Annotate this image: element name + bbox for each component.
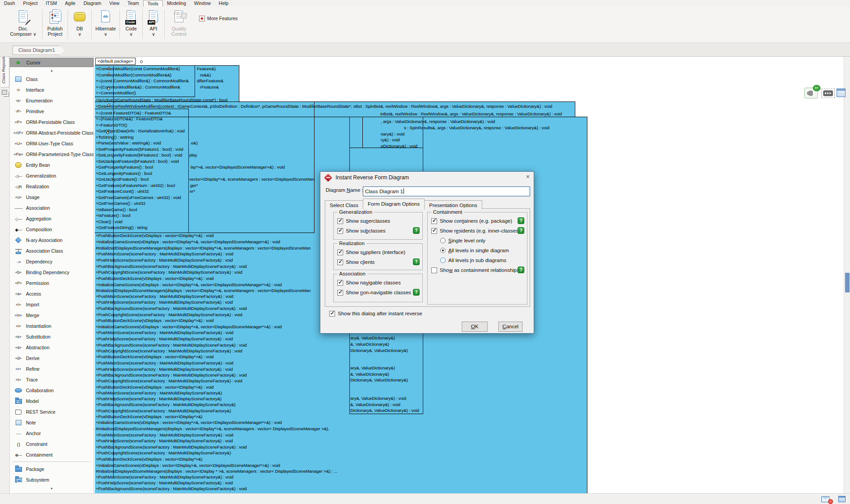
scrollbar-thumb[interactable] (845, 273, 850, 292)
member-signature: ry&) : void (381, 137, 400, 143)
menu-view[interactable]: View (105, 0, 123, 7)
package-icon-shape (15, 467, 22, 472)
api-button[interactable]: APIAPI∨ (144, 8, 163, 42)
menu-project[interactable]: Project (19, 0, 42, 7)
vertical-scrollbar[interactable] (844, 57, 850, 493)
palette-item-cursor[interactable]: ▶ Cursor (10, 58, 94, 67)
ok-button[interactable]: OK (462, 322, 488, 332)
palette-item-permission[interactable]: «P»Permission (10, 278, 94, 288)
palette-item-anchor[interactable]: ·····Anchor (10, 428, 94, 439)
palette-item-association-class[interactable]: Association Class (10, 246, 94, 256)
palette-scroll-up[interactable]: ▲ (10, 67, 94, 74)
publish-project-button[interactable]: PublishProject (44, 8, 66, 42)
announcements-button[interactable]: 9+ (804, 88, 818, 98)
palette-item-generalization[interactable]: ◁—Generalization (10, 170, 94, 181)
member-signature: +PushMainScene(sceneFactory : MainMultiD… (96, 432, 233, 438)
menu-agile[interactable]: Agile (61, 0, 79, 7)
palette-item-package[interactable]: Package (10, 464, 94, 474)
palette-item-association[interactable]: ——Association (10, 203, 94, 213)
radio-single-level-only[interactable] (440, 238, 446, 243)
palette-item-primitive[interactable]: ‹P›Primitive (10, 106, 94, 117)
cancel-button[interactable]: Cancel (498, 322, 523, 332)
cascade-windows-icon[interactable] (2, 90, 7, 95)
palette-item-n-ary-association[interactable]: N-ary Association (10, 235, 94, 246)
tab-class-diagram1[interactable]: Class Diagram1 (13, 46, 65, 55)
palette-item-dependency[interactable]: ··>Dependency (10, 256, 94, 267)
fit-to-window-icon[interactable] (823, 90, 833, 96)
palette-item-containment[interactable]: ⊕—Containment (10, 449, 94, 460)
radio-all-levels-in-single-diagram[interactable] (440, 248, 446, 253)
checkbox-show-this-dialog-after-instant-reverse[interactable] (329, 311, 335, 317)
tab-form-diagram-options[interactable]: Form Diagram Options (363, 199, 425, 209)
checkbox-show-non-navigable-classes[interactable] (337, 290, 343, 296)
palette-item-orm-user-type-class[interactable]: «U»ORM-User-Type Class (10, 138, 94, 149)
palette-item-access[interactable]: «a»Access (10, 288, 94, 299)
palette-item-class[interactable]: Class (10, 74, 94, 85)
tab-select-class[interactable]: Select Class (325, 200, 363, 209)
panel-toggle-icon[interactable] (838, 496, 846, 502)
menu-help[interactable]: Help (215, 0, 233, 7)
layout-panel-icon[interactable] (837, 89, 846, 97)
diagram-name-value: Class Diagram 1 (365, 189, 403, 194)
close-icon[interactable]: × (526, 173, 530, 180)
palette-item-constraint[interactable]: { }Constraint (10, 439, 94, 449)
palette-item-derive[interactable]: «d»Derive (10, 353, 94, 364)
hibernate-button[interactable]: ‹H›Hibernate∨ (93, 8, 118, 42)
palette-item-substitution[interactable]: «s»Substitution (10, 331, 94, 342)
palette-item-instantiation[interactable]: «i»Instantiation (10, 321, 94, 331)
palette-item-interface[interactable]: ‹i›Interface (10, 85, 94, 95)
menu-window[interactable]: Window (190, 0, 215, 7)
palette-item-usage[interactable]: «u»Usage (10, 192, 94, 203)
dialog-titlebar[interactable]: Instant Reverse Form Diagram × (320, 172, 534, 184)
db-button[interactable]: DB∨ (69, 8, 90, 42)
text-caret (404, 188, 404, 194)
help-icon[interactable]: ? (413, 227, 420, 234)
palette-item-abstraction[interactable]: «a»Abstraction (10, 342, 94, 353)
palette-item-composition[interactable]: ◆—Composition (10, 224, 94, 235)
palette-item-realization[interactable]: ◁·RRealization (10, 181, 94, 192)
menu-tools[interactable]: Tools (143, 0, 163, 7)
menu-itsm[interactable]: ITSM (42, 0, 61, 7)
palette-item-aggregation[interactable]: ◇—Aggregation (10, 213, 94, 224)
palette-item-note[interactable]: Note (10, 417, 94, 428)
checkbox-show-superclasses[interactable] (337, 218, 343, 224)
radio-all-levels-in-sub-diagrams[interactable] (440, 258, 446, 263)
checkbox-show-residents-e-g-inner-classes[interactable] (431, 228, 437, 234)
palette-item-rest-service[interactable]: REST Service (10, 407, 94, 417)
checkbox-show-containers-e-g-package[interactable] (431, 218, 437, 224)
help-icon[interactable]: ? (413, 289, 420, 296)
tab-presentation-options[interactable]: Presentation Options (424, 200, 482, 209)
menu-diagram[interactable]: Diagram (80, 0, 106, 7)
doc-composer-button[interactable]: Doc.Composer ∨ (4, 8, 43, 42)
palette-item-import[interactable]: «i»Import (10, 299, 94, 310)
palette-item-trace[interactable]: «t»Trace (10, 374, 94, 385)
menu-dash[interactable]: Dash (0, 0, 19, 7)
checkbox-show-suppliers-interface[interactable] (337, 250, 343, 255)
help-icon[interactable]: ? (518, 267, 524, 273)
palette-item-enumeration[interactable]: ‹e›Enumeration (10, 95, 94, 106)
palette-item-refine[interactable]: «r»Refine (10, 364, 94, 374)
palette-item-orm-parameterized-type-class[interactable]: «Pa»ORM-Parameterized-Type Class (10, 149, 94, 160)
diagram-name-input[interactable]: Class Diagram 1 (363, 186, 530, 196)
palette-item-binding-dependency[interactable]: «b»Binding Dependency (10, 267, 94, 278)
checkbox-show-subclasses[interactable] (337, 228, 343, 234)
help-icon[interactable]: ? (518, 227, 524, 234)
checkbox-show-as-containment-relationships[interactable] (431, 267, 437, 273)
option-label: Show residents (e.g. inner-classes) (440, 228, 520, 233)
code-button[interactable]: CodeCode∨ (121, 8, 141, 42)
help-icon[interactable]: ? (413, 258, 420, 265)
checkbox-show-clients[interactable] (337, 259, 343, 265)
palette-item-orm-abstract-persistable-class[interactable]: «AP»ORM-Abstract-Persistable Class (10, 127, 94, 138)
checkbox-show-navigable-classes[interactable] (337, 280, 343, 286)
menu-team[interactable]: Team (123, 0, 143, 7)
palette-item-model[interactable]: Model (10, 396, 94, 407)
more-features-button[interactable]: More Features (199, 14, 238, 23)
palette-item-subsystem[interactable]: Subsystem (10, 474, 94, 485)
menu-modeling[interactable]: Modeling (163, 0, 190, 7)
help-icon[interactable]: ? (518, 217, 524, 224)
palette-item-collaboration[interactable]: Collaboration (10, 385, 94, 396)
palette-scroll-down[interactable]: ▼ (10, 485, 94, 492)
palette-item-orm-persistable-class[interactable]: «P»ORM-Persistable Class (10, 117, 94, 127)
palette-item-merge[interactable]: «m»Merge (10, 310, 94, 321)
palette-item-entity-bean[interactable]: Entity Bean (10, 160, 94, 170)
